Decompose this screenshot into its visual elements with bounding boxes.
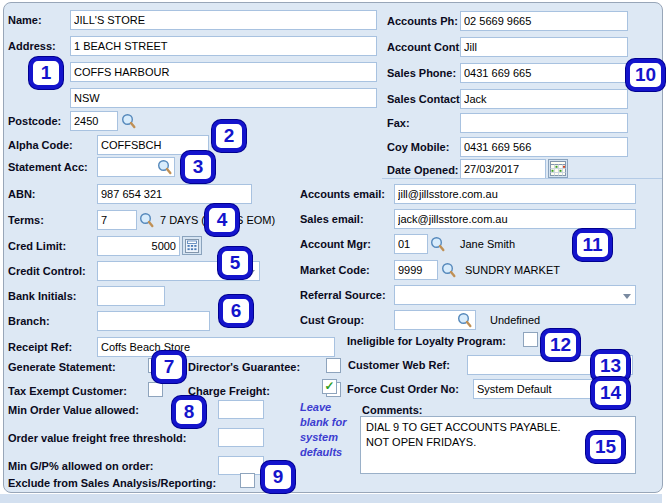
generate-statement-label: Generate Statement: — [8, 361, 116, 373]
accounts-email-label: Accounts email: — [300, 188, 385, 200]
callout-15: 15 — [586, 431, 625, 463]
sales-contact-input[interactable] — [460, 89, 628, 109]
coy-mobile-input[interactable] — [460, 137, 628, 157]
search-icon[interactable] — [456, 311, 473, 328]
ineligible-loyalty-checkbox[interactable] — [523, 332, 538, 347]
receipt-ref-label: Receipt Ref: — [8, 341, 72, 353]
accounts-ph-label: Accounts Ph: — [387, 15, 458, 27]
market-code-name: SUNDRY MARKET — [465, 264, 560, 276]
abn-input[interactable] — [97, 184, 252, 204]
min-gp-label: Min G/P% allowed on order: — [8, 460, 153, 472]
check-icon: ✓ — [323, 380, 336, 393]
exclude-sales-label: Exclude from Sales Analysis/Reporting: — [8, 477, 216, 489]
min-order-value-label: Min Order Value allowed: — [8, 404, 139, 416]
postcode-label: Postcode: — [8, 115, 61, 127]
section-divider — [382, 178, 662, 179]
address-line3-input[interactable] — [70, 88, 377, 108]
search-icon[interactable] — [429, 235, 446, 252]
force-cust-order-value: System Default — [477, 383, 552, 395]
abn-label: ABN: — [8, 188, 36, 200]
alpha-code-label: Alpha Code: — [8, 139, 73, 151]
freight-free-threshold-label: Order value freight free threshold: — [8, 432, 186, 444]
market-code-label: Market Code: — [300, 264, 370, 276]
coy-mobile-label: Coy Mobile: — [387, 141, 449, 153]
customer-details-page: Name: Address: Postcode: Alpha Code: Sta… — [0, 0, 669, 503]
market-code-input[interactable] — [394, 260, 438, 280]
credit-control-label: Credit Control: — [8, 265, 86, 277]
account-mgr-label: Account Mgr: — [300, 238, 371, 250]
directors-guarantee-label: Director's Guarantee: — [188, 361, 300, 373]
bank-initials-input[interactable] — [97, 286, 165, 306]
date-opened-input[interactable] — [460, 159, 546, 179]
address-line1-input[interactable] — [70, 36, 377, 56]
sales-phone-input[interactable] — [460, 63, 628, 83]
search-icon[interactable] — [440, 261, 457, 278]
tax-exempt-checkbox[interactable] — [148, 382, 163, 397]
customer-web-ref-label: Customer Web Ref: — [348, 359, 450, 371]
exclude-sales-checkbox[interactable] — [240, 473, 255, 488]
account-mgr-name: Jane Smith — [460, 238, 515, 250]
callout-2: 2 — [212, 120, 246, 152]
terms-code-input[interactable] — [97, 210, 137, 230]
statement-acc-label: Statement Acc: — [8, 161, 88, 173]
callout-4: 4 — [205, 204, 239, 236]
callout-11: 11 — [573, 229, 612, 261]
callout-14: 14 — [591, 377, 630, 409]
sales-email-label: Sales email: — [300, 213, 364, 225]
cred-limit-input[interactable] — [97, 236, 180, 256]
callout-1: 1 — [29, 57, 63, 89]
cust-group-name: Undefined — [490, 314, 540, 326]
directors-guarantee-checkbox[interactable] — [326, 358, 341, 373]
name-input[interactable] — [70, 10, 377, 30]
fax-input[interactable] — [460, 113, 628, 133]
date-opened-label: Date Opened: — [387, 164, 459, 176]
calculator-icon[interactable] — [182, 236, 202, 255]
account-cont-input[interactable] — [460, 37, 628, 57]
receipt-ref-input[interactable] — [97, 337, 335, 357]
calendar-icon[interactable] — [548, 159, 568, 178]
account-mgr-input[interactable] — [394, 234, 428, 254]
tax-exempt-label: Tax Exempt Customer: — [8, 385, 127, 397]
force-cust-order-label: Force Cust Order No: — [347, 383, 459, 395]
postcode-input[interactable] — [70, 111, 118, 131]
name-label: Name: — [8, 14, 42, 26]
fax-label: Fax: — [387, 117, 410, 129]
bank-initials-label: Bank Initials: — [8, 290, 76, 302]
comments-label: Comments: — [362, 404, 423, 416]
defaults-hint: Leave blank for system defaults — [300, 400, 356, 460]
window-edge — [0, 494, 662, 503]
callout-12: 12 — [541, 329, 580, 361]
ineligible-loyalty-label: Ineligible for Loyalty Program: — [347, 335, 506, 347]
callout-8: 8 — [172, 396, 206, 428]
chevron-down-icon — [623, 294, 631, 299]
callout-6: 6 — [219, 295, 253, 327]
address-line2-input[interactable] — [70, 62, 377, 82]
search-icon[interactable] — [156, 158, 173, 175]
branch-input[interactable] — [97, 311, 210, 331]
terms-label: Terms: — [8, 214, 44, 226]
branch-label: Branch: — [8, 315, 50, 327]
account-cont-label: Account Cont: — [387, 41, 463, 53]
callout-3: 3 — [181, 151, 215, 183]
search-icon[interactable] — [138, 211, 155, 228]
callout-10: 10 — [626, 59, 665, 91]
search-icon[interactable] — [120, 112, 137, 129]
callout-9: 9 — [261, 461, 295, 493]
callout-5: 5 — [218, 247, 252, 279]
address-label: Address: — [8, 40, 56, 52]
force-cust-order-checkbox[interactable]: ✓ — [322, 379, 337, 394]
freight-free-threshold-input[interactable] — [218, 428, 264, 447]
referral-source-select[interactable] — [394, 285, 636, 305]
sales-email-input[interactable] — [394, 209, 636, 229]
referral-source-label: Referral Source: — [300, 289, 386, 301]
cust-group-label: Cust Group: — [300, 314, 364, 326]
accounts-email-input[interactable] — [394, 184, 636, 204]
charge-freight-label: Charge Freight: — [188, 385, 270, 397]
accounts-ph-input[interactable] — [460, 11, 628, 31]
sales-phone-label: Sales Phone: — [387, 67, 456, 79]
callout-7: 7 — [152, 351, 186, 383]
min-order-value-input[interactable] — [218, 400, 264, 419]
cred-limit-label: Cred Limit: — [8, 240, 66, 252]
sales-contact-label: Sales Contact: — [387, 93, 463, 105]
